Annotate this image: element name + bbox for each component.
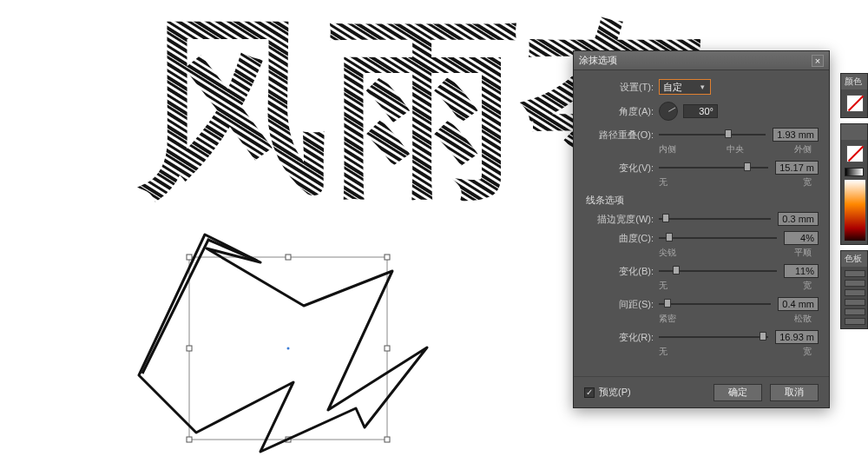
swatch-list[interactable] [845, 270, 865, 325]
settings-value: 自定 [663, 81, 698, 94]
svg-rect-7 [187, 437, 192, 442]
stroke-width-value[interactable]: 0.3 mm [778, 212, 819, 226]
curvature-slider[interactable] [659, 232, 777, 244]
variation-r-slider[interactable] [659, 331, 768, 343]
spacing-label: 间距(S): [584, 298, 659, 311]
ok-button[interactable]: 确定 [713, 384, 762, 401]
scribble-options-dialog: 涂抹选项 × 设置(T): 自定 ▾ 角度(A): 30° 路径重叠(O): [573, 50, 830, 408]
zigzag-path[interactable] [139, 235, 427, 452]
line-options-section: 线条选项 [586, 194, 819, 207]
settings-dropdown[interactable]: 自定 ▾ [659, 79, 711, 95]
variation-b-slider[interactable] [659, 265, 777, 277]
preview-checkbox[interactable]: ✓ 预览(P) [584, 386, 631, 399]
spacing-value[interactable]: 0.4 mm [778, 297, 819, 311]
svg-rect-12 [385, 346, 390, 351]
stroke-width-slider[interactable] [659, 213, 771, 225]
svg-rect-9 [286, 255, 291, 260]
svg-rect-8 [385, 437, 390, 442]
close-icon[interactable]: × [812, 55, 824, 67]
chevron-down-icon: ▾ [698, 83, 707, 91]
path-overlap-slider[interactable] [659, 129, 766, 141]
cancel-button[interactable]: 取消 [770, 384, 819, 401]
none-swatch-icon[interactable] [846, 145, 864, 162]
gradient-panel[interactable] [840, 123, 868, 245]
artboard[interactable]: 风雨夺 涂抹选项 × 设置(T): 自定 ▾ [0, 0, 868, 463]
svg-rect-5 [187, 255, 192, 260]
swatches-panel[interactable]: 色板 [840, 250, 868, 329]
svg-rect-11 [187, 346, 192, 351]
variation-v-slider[interactable] [659, 162, 768, 174]
gradient-swatch-icon[interactable] [845, 168, 864, 176]
none-swatch-icon[interactable] [846, 95, 864, 112]
preview-label: 预览(P) [599, 386, 631, 399]
variation-b-label: 变化(B): [584, 265, 659, 278]
curvature-label: 曲度(C): [584, 232, 659, 245]
variation-v-value[interactable]: 15.17 m [775, 161, 819, 175]
stroke-width-label: 描边宽度(W): [584, 213, 659, 226]
color-spectrum[interactable] [845, 180, 865, 241]
variation-v-label: 变化(V): [584, 162, 659, 175]
color-panel[interactable]: 颜色 [840, 73, 868, 118]
variation-b-value[interactable]: 11% [784, 264, 819, 278]
right-panels: 颜色 色板 [840, 73, 868, 334]
angle-dial[interactable] [659, 102, 678, 121]
dialog-titlebar[interactable]: 涂抹选项 × [574, 51, 829, 70]
dialog-title: 涂抹选项 [579, 54, 617, 67]
path-overlap-value[interactable]: 1.93 mm [773, 128, 819, 142]
variation-r-value[interactable]: 16.93 m [775, 330, 819, 344]
path-overlap-label: 路径重叠(O): [584, 129, 659, 142]
panel-title: 颜色 [841, 74, 867, 89]
settings-label: 设置(T): [584, 81, 659, 94]
angle-label: 角度(A): [584, 105, 659, 118]
checkmark-icon: ✓ [584, 387, 595, 398]
angle-input[interactable]: 30° [683, 104, 718, 118]
curvature-value[interactable]: 4% [784, 231, 819, 245]
svg-point-13 [287, 347, 290, 350]
variation-r-label: 变化(R): [584, 331, 659, 344]
svg-rect-6 [385, 255, 390, 260]
spacing-slider[interactable] [659, 298, 771, 310]
